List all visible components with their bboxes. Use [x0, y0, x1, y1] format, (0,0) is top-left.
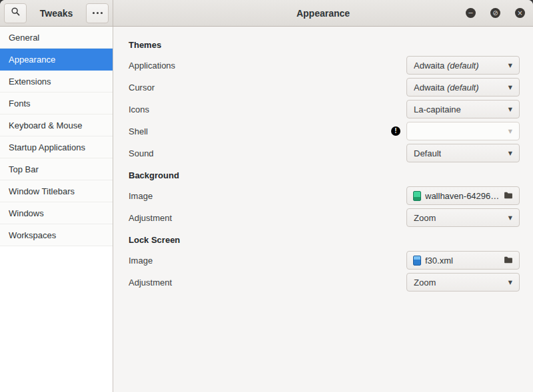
background-image-label: Image	[129, 191, 153, 201]
sound-theme-dropdown[interactable]: Default ▼	[406, 144, 520, 162]
tweaks-window: Tweaks Appearance − ⊘ × General Appearan…	[0, 0, 533, 392]
appearance-panel: Themes Applications Adwaita (default) ▼ …	[113, 27, 533, 392]
page-title: Appearance	[296, 8, 350, 19]
folder-icon	[504, 254, 513, 266]
search-button[interactable]	[4, 3, 27, 23]
sidebar-item-extensions[interactable]: Extensions	[0, 71, 113, 93]
minimize-button[interactable]: −	[466, 8, 476, 18]
chevron-down-icon: ▼	[508, 150, 512, 156]
sidebar-item-windows[interactable]: Windows	[0, 202, 113, 224]
sidebar-headerbar: Tweaks	[0, 0, 113, 26]
sound-label: Sound	[129, 148, 154, 158]
lockscreen-image-file-button[interactable]: f30.xml	[406, 251, 520, 270]
sidebar-item-keyboard-mouse[interactable]: Keyboard & Mouse	[0, 114, 113, 136]
icons-label: Icons	[129, 104, 149, 114]
row-cursor: Cursor Adwaita (default) ▼	[129, 78, 520, 97]
sidebar-item-top-bar[interactable]: Top Bar	[0, 158, 113, 180]
background-image-file-button[interactable]: wallhaven-64296.jpg	[406, 186, 520, 205]
search-icon	[11, 7, 21, 19]
window-controls: − ⊘ ×	[466, 0, 525, 26]
row-lockscreen-image: Image f30.xml	[129, 251, 520, 270]
row-sound: Sound Default ▼	[129, 144, 520, 162]
lockscreen-adjustment-label: Adjustment	[129, 278, 172, 288]
cursor-theme-dropdown[interactable]: Adwaita (default) ▼	[406, 78, 520, 97]
lockscreen-adjustment-dropdown[interactable]: Zoom ▼	[406, 273, 520, 292]
close-button[interactable]: ×	[515, 8, 525, 18]
chevron-down-icon: ▼	[508, 63, 512, 69]
sidebar-item-appearance[interactable]: Appearance	[0, 49, 113, 71]
shell-label: Shell	[129, 126, 148, 136]
row-icons: Icons La-capitaine ▼	[129, 100, 520, 118]
lockscreen-image-label: Image	[129, 256, 153, 266]
maximize-button[interactable]: ⊘	[490, 8, 500, 18]
image-thumbnail-icon	[413, 191, 421, 201]
row-applications: Applications Adwaita (default) ▼	[129, 56, 520, 75]
row-lockscreen-adjustment: Adjustment Zoom ▼	[129, 273, 520, 292]
sidebar-item-fonts[interactable]: Fonts	[0, 93, 113, 114]
sidebar-item-window-titlebars[interactable]: Window Titlebars	[0, 180, 113, 202]
folder-icon	[504, 190, 513, 202]
image-thumbnail-icon	[413, 256, 421, 266]
applications-theme-dropdown[interactable]: Adwaita (default) ▼	[406, 56, 520, 75]
section-title-background: Background	[129, 170, 520, 180]
sidebar: General Appearance Extensions Fonts Keyb…	[0, 27, 113, 392]
ellipsis-icon	[93, 12, 103, 14]
sidebar-item-workspaces[interactable]: Workspaces	[0, 224, 113, 246]
icons-theme-dropdown[interactable]: La-capitaine ▼	[406, 100, 520, 118]
headerbar: Tweaks Appearance − ⊘ ×	[0, 0, 533, 27]
warning-icon: !	[391, 126, 400, 136]
chevron-down-icon: ▼	[508, 215, 512, 221]
cursor-label: Cursor	[129, 83, 155, 93]
background-adjustment-dropdown[interactable]: Zoom ▼	[406, 208, 520, 227]
row-background-image: Image wallhaven-64296.jpg	[129, 186, 520, 205]
main-headerbar: Appearance − ⊘ ×	[113, 0, 533, 26]
sidebar-item-startup-applications[interactable]: Startup Applications	[0, 136, 113, 158]
app-title: Tweaks	[40, 8, 73, 19]
background-adjustment-label: Adjustment	[129, 213, 172, 223]
chevron-down-icon: ▼	[508, 85, 512, 91]
row-background-adjustment: Adjustment Zoom ▼	[129, 208, 520, 227]
section-title-themes: Themes	[129, 40, 520, 50]
app-body: General Appearance Extensions Fonts Keyb…	[0, 27, 533, 392]
chevron-down-icon: ▼	[508, 280, 512, 286]
row-shell: Shell ! ▼	[129, 122, 520, 140]
applications-label: Applications	[129, 61, 175, 71]
sidebar-item-general[interactable]: General	[0, 27, 113, 49]
section-title-lock-screen: Lock Screen	[129, 235, 520, 245]
chevron-down-icon: ▼	[508, 128, 512, 134]
shell-theme-dropdown: ▼	[406, 122, 520, 140]
menu-button[interactable]	[86, 3, 109, 23]
chevron-down-icon: ▼	[508, 106, 512, 112]
